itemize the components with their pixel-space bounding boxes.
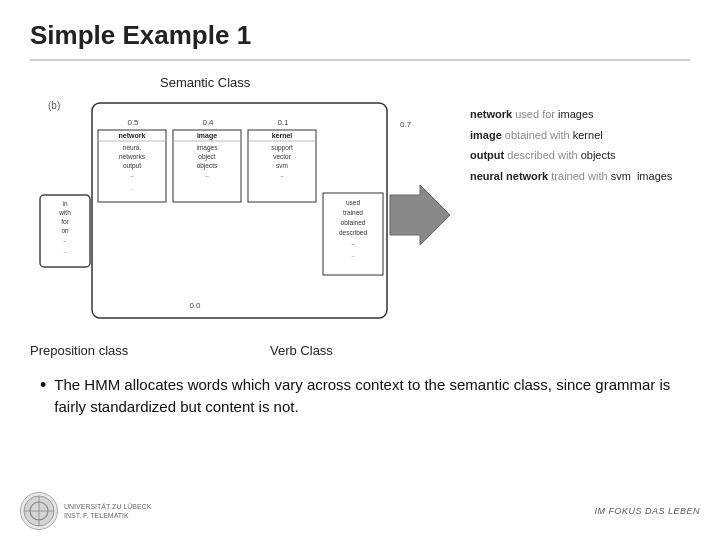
svg-text:neura.: neura. <box>123 144 142 151</box>
bullet-dot: • <box>40 372 46 398</box>
svg-text:(b): (b) <box>48 100 60 111</box>
svg-text:..: .. <box>351 239 355 246</box>
svg-text:0.7: 0.7 <box>400 120 412 129</box>
rp-line-1: network used for images <box>470 105 690 124</box>
svg-text:with: with <box>58 209 71 216</box>
diagram-wrapper: Semantic Class (b) 0.5 0.4 0.1 network n… <box>30 75 690 335</box>
svg-text:..: .. <box>351 251 355 258</box>
footer-tagline: IM FOKUS DAS LEBEN <box>594 506 700 516</box>
svg-text:in: in <box>62 200 67 207</box>
rp-line-2: image obtained with kernel <box>470 126 690 145</box>
rp-line-4: neural network trained with svm images <box>470 167 690 186</box>
class-labels-row: Preposition class Verb Class <box>30 343 690 358</box>
svg-text:0.0: 0.0 <box>189 301 201 310</box>
svg-text:network: network <box>119 132 146 139</box>
svg-text:..: .. <box>63 236 67 243</box>
svg-text:..: .. <box>63 247 67 254</box>
rp-line-3: output described with objects <box>470 146 690 165</box>
svg-text:support: support <box>271 144 293 152</box>
svg-marker-45 <box>390 185 450 245</box>
svg-text:images: images <box>197 144 219 152</box>
svg-text:object: object <box>198 153 216 161</box>
svg-text:..: .. <box>130 185 134 191</box>
diagram-left: Semantic Class (b) 0.5 0.4 0.1 network n… <box>30 75 460 335</box>
svg-text:vector: vector <box>273 153 292 160</box>
slide-container: Simple Example 1 Semantic Class (b) 0.5 … <box>0 0 720 540</box>
preposition-class-label: Preposition class <box>30 343 190 358</box>
svg-text:0.4: 0.4 <box>202 118 214 127</box>
slide-title: Simple Example 1 <box>30 20 251 50</box>
content-area: Semantic Class (b) 0.5 0.4 0.1 network n… <box>30 75 690 418</box>
verb-class-label: Verb Class <box>270 343 333 358</box>
svg-text:..: .. <box>205 171 209 178</box>
bullet-item: • The HMM allocates words which vary acr… <box>40 374 690 418</box>
svg-text:0.5: 0.5 <box>127 118 139 127</box>
svg-text:image: image <box>197 132 217 140</box>
university-text: UNIVERSITÄT ZU LÜBECK INST. F. TELEMATIK <box>64 502 151 520</box>
svg-text:networks: networks <box>119 153 146 160</box>
svg-text:used: used <box>346 199 360 206</box>
svg-text:trained: trained <box>343 209 363 216</box>
university-logo <box>20 492 58 530</box>
svg-text:..: .. <box>280 171 284 178</box>
svg-text:on: on <box>61 227 69 234</box>
bullet-section: • The HMM allocates words which vary acr… <box>30 374 690 418</box>
svg-text:for: for <box>61 218 69 225</box>
diagram-svg: (b) 0.5 0.4 0.1 network neura. networks … <box>30 75 460 340</box>
footer: UNIVERSITÄT ZU LÜBECK INST. F. TELEMATIK… <box>0 492 720 530</box>
svg-text:kernel: kernel <box>272 132 293 139</box>
svg-text:output: output <box>123 162 141 170</box>
title-area: Simple Example 1 <box>30 20 690 61</box>
right-panel: network used for images image obtained w… <box>460 75 690 188</box>
svg-text:described: described <box>339 229 368 236</box>
footer-logo-area: UNIVERSITÄT ZU LÜBECK INST. F. TELEMATIK <box>20 492 151 530</box>
svg-text:..: .. <box>130 171 134 178</box>
bullet-text: The HMM allocates words which vary acros… <box>54 374 690 418</box>
svg-text:objects: objects <box>197 162 218 170</box>
svg-text:obtained: obtained <box>341 219 366 226</box>
svg-text:0.1: 0.1 <box>277 118 289 127</box>
svg-text:svm: svm <box>276 162 288 169</box>
